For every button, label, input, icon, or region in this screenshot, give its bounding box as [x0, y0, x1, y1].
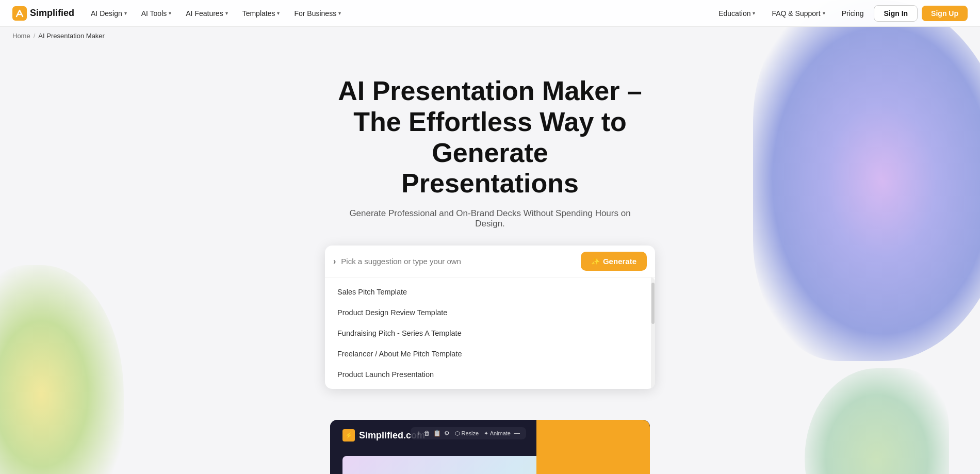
toolbar-copy: 📋 — [433, 430, 441, 437]
suggestion-item[interactable]: Fundraising Pitch - Series A Template — [325, 323, 651, 344]
toolbar-plus: + — [417, 430, 420, 437]
suggestion-item[interactable]: Product Launch Presentation — [325, 364, 651, 385]
toolbar-more[interactable]: — — [514, 430, 520, 437]
chevron-down-icon: ▾ — [338, 10, 341, 16]
hero-subtitle: Generate Professional and On-Brand Decks… — [335, 208, 645, 229]
chevron-down-icon: ▾ — [753, 10, 755, 16]
nav-item-ai-features[interactable]: AI Features ▾ — [179, 6, 234, 21]
scroll-track[interactable] — [651, 277, 655, 389]
breadcrumb: Home / AI Presentation Maker — [0, 27, 980, 45]
suggestion-item[interactable]: Sales Pitch Template — [325, 282, 651, 302]
search-arrow-icon: › — [333, 257, 336, 266]
search-container: › ✨ Generate Sales Pitch Template Produc… — [325, 246, 655, 389]
navbar: Simplified AI Design ▾ AI Tools ▾ AI Fea… — [0, 0, 980, 27]
chevron-down-icon: ▾ — [225, 10, 228, 16]
nav-item-for-business[interactable]: For Business ▾ — [288, 6, 347, 21]
preview-toolbar: + 🗑 📋 ⚙ ⬡ Resize ✦ Animate — — [411, 427, 526, 439]
generate-button[interactable]: ✨ Generate — [581, 252, 647, 271]
scroll-thumb — [651, 283, 655, 324]
preview-yellow-bg — [536, 420, 650, 474]
generate-icon: ✨ — [591, 257, 600, 266]
toolbar-animate[interactable]: ✦ Animate — [484, 430, 511, 437]
main-content: AI Presentation Maker – The Effortless W… — [0, 45, 980, 474]
nav-item-pricing[interactable]: Pricing — [836, 6, 870, 21]
chevron-down-icon: ▾ — [169, 10, 171, 16]
nav-left-items: AI Design ▾ AI Tools ▾ AI Features ▾ Tem… — [85, 6, 712, 21]
breadcrumb-current: AI Presentation Maker — [38, 32, 105, 40]
nav-item-templates[interactable]: Templates ▾ — [236, 6, 286, 21]
signin-button[interactable]: Sign In — [874, 5, 918, 22]
suggestions-list: Sales Pitch Template Product Design Revi… — [325, 277, 651, 389]
generate-label: Generate — [603, 257, 636, 266]
logo-text: Simplified — [30, 8, 74, 19]
toolbar-settings: ⚙ — [444, 430, 450, 437]
breadcrumb-home-link[interactable]: Home — [12, 32, 30, 40]
search-input[interactable] — [341, 257, 576, 266]
toolbar-trash: 🗑 — [424, 430, 430, 437]
nav-item-ai-tools[interactable]: AI Tools ▾ — [135, 6, 178, 21]
suggestions-with-scroll: Sales Pitch Template Product Design Revi… — [325, 277, 655, 389]
suggestion-item[interactable]: Freelancer / About Me Pitch Template — [325, 344, 651, 364]
hero-title: AI Presentation Maker – The Effortless W… — [309, 76, 671, 199]
breadcrumb-separator: / — [34, 32, 36, 40]
nav-right-items: Education ▾ FAQ & Support ▾ Pricing Sign… — [712, 5, 968, 22]
suggestion-item[interactable]: Product Design Review Template — [325, 302, 651, 323]
nav-item-education[interactable]: Education ▾ — [712, 6, 761, 21]
toolbar-resize[interactable]: ⬡ Resize — [455, 430, 479, 437]
signup-button[interactable]: Sign Up — [922, 6, 968, 21]
chevron-down-icon: ▾ — [823, 10, 825, 16]
preview-section: ⚡ Simplified.com + 🗑 📋 ⚙ ⬡ Resize ✦ Anim… — [330, 420, 650, 474]
nav-item-ai-design[interactable]: AI Design ▾ — [85, 6, 133, 21]
svg-rect-0 — [12, 6, 27, 21]
logo-link[interactable]: Simplified — [12, 6, 74, 21]
search-input-row: › ✨ Generate — [325, 246, 655, 277]
logo-icon — [12, 6, 27, 21]
chevron-down-icon: ▾ — [124, 10, 127, 16]
preview-logo-icon: ⚡ — [342, 429, 355, 442]
chevron-down-icon: ▾ — [277, 10, 280, 16]
nav-item-faq-support[interactable]: FAQ & Support ▾ — [765, 6, 831, 21]
